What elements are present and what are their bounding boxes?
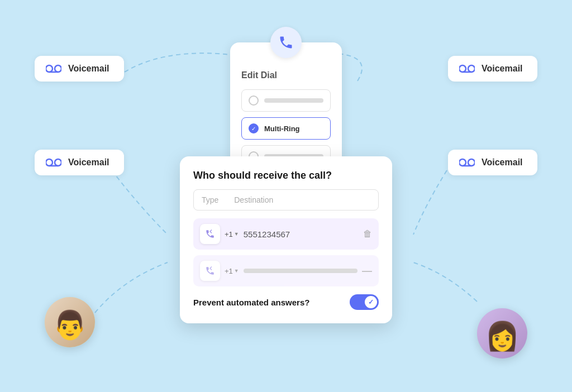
voicemail-label: Voicemail [68, 157, 109, 168]
prevent-automated-row: Prevent automated answers? ✓ [193, 294, 379, 310]
country-code-1[interactable]: +1 ▼ [225, 230, 239, 238]
dial-option-2[interactable]: Multi-Ring [241, 117, 331, 140]
voicemail-label: Voicemail [482, 64, 523, 74]
destination-type-placeholder: Type [202, 195, 218, 204]
chevron-down-icon: ▼ [234, 231, 239, 237]
svg-point-0 [46, 65, 53, 72]
chevron-down-icon-2: ▼ [234, 268, 239, 274]
voicemail-label: Voicemail [482, 157, 523, 168]
voicemail-icon [46, 64, 61, 74]
svg-point-6 [459, 65, 466, 72]
phone-icon-box-2 [200, 261, 220, 281]
voicemail-icon [459, 64, 475, 74]
svg-point-1 [55, 65, 61, 72]
receive-title: Who should receive the call? [193, 170, 379, 181]
svg-point-10 [468, 159, 475, 166]
option-line-1 [264, 98, 323, 103]
trash-icon[interactable]: 🗑 [363, 229, 372, 239]
destination-input[interactable]: Type Destination [193, 189, 379, 211]
destination-separator [225, 195, 227, 204]
svg-point-4 [55, 159, 61, 166]
phone-row-1: +1 ▼ 5551234567 🗑 [193, 218, 379, 250]
phone-icon-box-1 [200, 224, 220, 244]
avatar-right: 👩 [477, 308, 527, 358]
prevent-label: Prevent automated answers? [193, 298, 309, 307]
phone-number-1: 5551234567 [244, 230, 359, 239]
voicemail-box-mid-right: Voicemail [448, 150, 537, 175]
edit-dial-title: Edit Dial [241, 70, 331, 80]
multi-ring-label: Multi-Ring [264, 125, 300, 133]
voicemail-icon [46, 157, 61, 168]
voicemail-icon [459, 157, 475, 168]
check-icon: ✓ [368, 298, 374, 306]
toggle-knob: ✓ [365, 296, 377, 308]
radio-selected-2 [249, 123, 259, 133]
voicemail-box-mid-left: Voicemail [35, 150, 124, 175]
prevent-toggle[interactable]: ✓ [350, 294, 379, 310]
dial-option-1[interactable] [241, 89, 331, 112]
minus-icon[interactable]: — [362, 265, 372, 277]
voicemail-box-top-right: Voicemail [448, 56, 537, 82]
svg-point-3 [46, 159, 53, 166]
receive-card: Who should receive the call? Type Destin… [180, 156, 392, 323]
phone-circle [270, 27, 302, 58]
voicemail-label: Voicemail [68, 64, 109, 74]
radio-unselected-1 [249, 95, 259, 106]
svg-point-7 [468, 65, 475, 72]
phone-row-2: +1 ▼ — [193, 255, 379, 286]
destination-dest-placeholder: Destination [234, 195, 273, 204]
voicemail-box-top-left: Voicemail [35, 56, 124, 82]
scene: Voicemail Voicemail Voicemail [0, 0, 572, 392]
phone-placeholder-2 [244, 269, 358, 273]
svg-point-9 [459, 159, 466, 166]
country-code-2[interactable]: +1 ▼ [225, 267, 239, 275]
avatar-left: 👨 [45, 297, 95, 347]
